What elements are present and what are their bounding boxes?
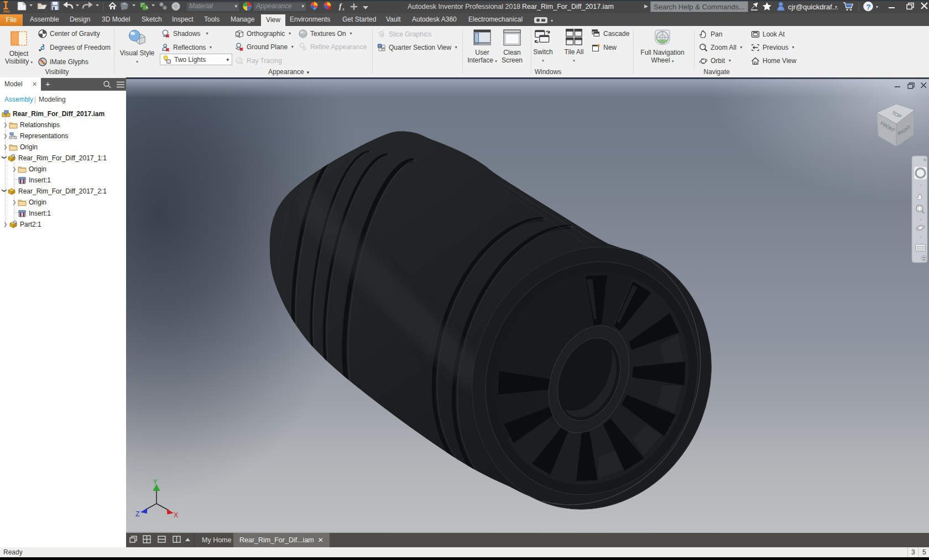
- svg-text:Z: Z: [135, 510, 140, 518]
- svg-text:x: x: [342, 7, 345, 12]
- svg-text:▾: ▾: [876, 4, 878, 9]
- svg-text:Y: Y: [153, 478, 158, 486]
- svg-text:X: X: [174, 511, 179, 519]
- svg-text:▾: ▾: [835, 4, 837, 9]
- svg-text:cjr@quickdraf...: cjr@quickdraf...: [788, 3, 838, 11]
- svg-text:▾: ▾: [551, 18, 553, 23]
- svg-text:?: ?: [866, 3, 870, 11]
